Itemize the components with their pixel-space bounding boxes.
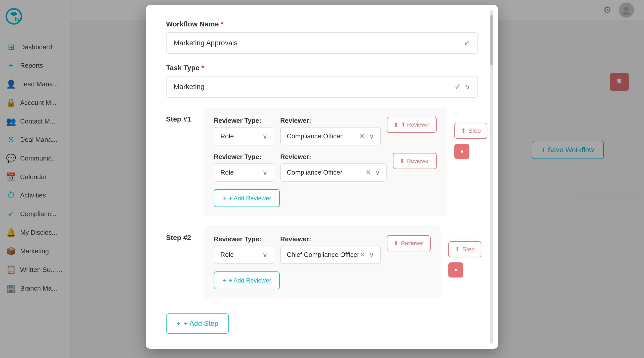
task-type-icons: ✓ ∨ [454, 82, 470, 92]
step-2-reviewer-1-row: Reviewer Type: Role ∨ Reviewer: Chief Co… [214, 235, 431, 264]
step-1-reviewer-1-reviewer-group: Reviewer: Compliance Officer ✕ ∨ [280, 117, 381, 145]
add-icon: + [222, 276, 226, 284]
step-1-reviewer-2-type-select[interactable]: Role ∨ [214, 163, 274, 182]
reviewer-clear-icon[interactable]: ✕ [359, 132, 365, 140]
reviewer-chevron-icon: ∨ [369, 251, 374, 259]
workflow-name-value: Marketing Approvals [174, 39, 237, 47]
add-reviewer-btn-step1-row1[interactable]: ⬆ ⬆ Reviewer [387, 117, 437, 133]
step-2-actions: ⬆ Step [448, 226, 481, 277]
workflow-name-section: Workflow Name * Marketing Approvals ✓ [166, 20, 478, 54]
workflow-name-check-icon: ✓ [464, 38, 470, 48]
step-1-reviewer-2-reviewer-group: Reviewer: Compliance Officer ✕ ∨ [280, 153, 387, 182]
reviewer-select-icons: ✕ ∨ [359, 132, 374, 140]
step-1-reviewer-1-select[interactable]: Compliance Officer ✕ ∨ [280, 127, 381, 145]
step-1-reviewer-1-type-label: Reviewer Type: [214, 117, 274, 125]
step-1-content: Reviewer Type: Role ∨ Reviewer: Complian… [204, 108, 447, 216]
step-1-reviewer-2-select[interactable]: Compliance Officer ✕ ∨ [280, 163, 387, 182]
reviewer-chevron-icon: ∨ [369, 132, 374, 140]
add-step-btn-step1[interactable]: ⬆ Step [454, 123, 487, 139]
reviewer-select-icons: ✕ ∨ [366, 168, 380, 177]
workflow-modal: Workflow Name * Marketing Approvals ✓ Ta… [146, 5, 498, 349]
add-reviewer-btn-step2-row1[interactable]: ⬆ Reviewer [387, 235, 431, 251]
step-1-reviewer-2-type-group: Reviewer Type: Role ∨ [214, 153, 274, 182]
step-2-label: Step #2 [166, 226, 196, 242]
task-type-required: * [202, 64, 204, 72]
step-2-reviewer-1-fields: Reviewer Type: Role ∨ Reviewer: Chief Co… [214, 235, 381, 264]
step-1-reviewer-1-row: Reviewer Type: Role ∨ Reviewer: Complian… [214, 117, 437, 145]
task-type-value: Marketing [174, 83, 205, 91]
add-reviewer-up-icon: ⬆ [393, 121, 398, 128]
type-chevron-icon: ∨ [262, 168, 268, 177]
step-2-reviewer-1-select[interactable]: Chief Compliance Officer ✕ ∨ [280, 246, 381, 264]
step-1-reviewer-2-row: Reviewer Type: Role ∨ Reviewer: Complian… [214, 153, 437, 182]
reviewer-select-icons: ✕ ∨ [359, 251, 374, 259]
task-type-label: Task Type * [166, 64, 478, 72]
task-type-section: Task Type * Marketing ✓ ∨ [166, 64, 478, 98]
workflow-name-input[interactable]: Marketing Approvals ✓ [166, 32, 478, 54]
workflow-name-required: * [221, 20, 224, 28]
modal-overlay: Workflow Name * Marketing Approvals ✓ Ta… [0, 0, 644, 358]
step-up-icon: ⬆ [455, 246, 460, 253]
step-1-reviewer-1-type-select[interactable]: Role ∨ [214, 127, 274, 145]
step-2-wrapper: Step #2 Reviewer Type: Role ∨ Rev [166, 226, 478, 298]
add-reviewer-button-step2[interactable]: + + Add Reviewer [214, 271, 280, 289]
step-2-reviewer-1-type-group: Reviewer Type: Role ∨ [214, 235, 274, 264]
reviewer-chevron-icon: ∨ [375, 168, 380, 177]
add-reviewer-btn-step1-row2[interactable]: ⬆ Reviewer [393, 153, 437, 169]
modal-scrollbar-thumb [490, 15, 493, 65]
step-2-reviewer-1-type-label: Reviewer Type: [214, 235, 274, 243]
workflow-name-label: Workflow Name * [166, 20, 478, 28]
add-step-btn-step2[interactable]: ⬆ Step [448, 241, 481, 257]
modal-scrollbar[interactable] [490, 10, 493, 344]
add-step-button[interactable]: + + Add Step [166, 313, 229, 334]
step-1-label: Step #1 [166, 108, 196, 123]
step-1-reviewer-1-fields: Reviewer Type: Role ∨ Reviewer: Complian… [214, 117, 381, 145]
delete-step-btn-step2[interactable] [448, 262, 463, 277]
add-reviewer-button-step1[interactable]: + + Add Reviewer [214, 189, 280, 207]
add-step-plus-icon: + [177, 320, 181, 328]
step-2-reviewer-1-type-select[interactable]: Role ∨ [214, 246, 274, 264]
reviewer-clear-icon[interactable]: ✕ [359, 251, 365, 259]
step-2-reviewer-1-reviewer-label: Reviewer: [280, 235, 381, 243]
step-up-icon: ⬆ [461, 127, 466, 134]
step-1-reviewer-2-reviewer-label: Reviewer: [280, 153, 387, 161]
step-1-wrapper: Step #1 Reviewer Type: Role ∨ Rev [166, 108, 478, 216]
step-1-reviewer-1-reviewer-label: Reviewer: [280, 117, 381, 125]
task-type-check-icon: ✓ [454, 82, 461, 92]
step-1-reviewer-2-type-label: Reviewer Type: [214, 153, 274, 161]
task-type-select[interactable]: Marketing ✓ ∨ [166, 76, 478, 98]
add-reviewer-up-icon: ⬆ [393, 240, 398, 247]
task-type-chevron-icon: ∨ [465, 83, 470, 91]
step-1-reviewer-2-fields: Reviewer Type: Role ∨ Reviewer: Complian… [214, 153, 387, 182]
type-chevron-icon: ∨ [262, 132, 268, 140]
step-1-actions: ⬆ Step [454, 108, 487, 159]
add-reviewer-up-icon: ⬆ [399, 157, 405, 165]
step-2-reviewer-1-reviewer-group: Reviewer: Chief Compliance Officer ✕ ∨ [280, 235, 381, 264]
delete-step-btn-step1[interactable] [454, 144, 469, 159]
add-icon: + [222, 194, 226, 202]
type-chevron-icon: ∨ [262, 251, 268, 259]
reviewer-clear-icon[interactable]: ✕ [366, 169, 371, 176]
step-2-content: Reviewer Type: Role ∨ Reviewer: Chief Co… [204, 226, 441, 298]
step-1-reviewer-1-type-group: Reviewer Type: Role ∨ [214, 117, 274, 145]
